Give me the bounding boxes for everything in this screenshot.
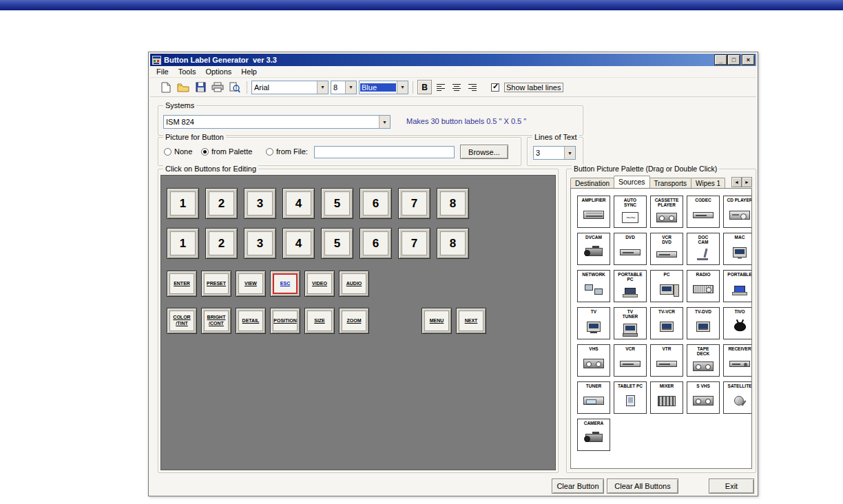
- tab-transports[interactable]: Transports: [649, 178, 691, 188]
- align-right-button[interactable]: [466, 81, 479, 94]
- dropdown-arrow-icon[interactable]: ▼: [317, 81, 328, 94]
- palette-item-vcr-dvd[interactable]: VCR DVD: [650, 233, 683, 265]
- editor-button-r1-8[interactable]: 8: [437, 188, 469, 219]
- editor-button-r4-size[interactable]: SIZE: [304, 308, 335, 334]
- tab-sources[interactable]: Sources: [614, 176, 650, 188]
- dropdown-arrow-icon[interactable]: ▼: [379, 116, 390, 128]
- palette-item-doc-cam[interactable]: DOC CAM: [687, 233, 720, 265]
- editor-button-r4-color-tint[interactable]: COLOR /TINT: [167, 308, 197, 334]
- editor-button-r1-2[interactable]: 2: [205, 188, 238, 219]
- editor-button-r4-bright-cont[interactable]: BRIGHT /CONT: [201, 308, 231, 334]
- menu-tools[interactable]: Tools: [174, 67, 201, 76]
- editor-button-r1-3[interactable]: 3: [244, 188, 276, 219]
- radio-from-file[interactable]: from File:: [266, 147, 308, 156]
- editor-button-r2-7[interactable]: 7: [398, 228, 430, 259]
- font-select[interactable]: Arial ▼: [251, 81, 329, 94]
- editor-button-r3-view[interactable]: VIEW: [236, 271, 266, 297]
- font-color-select[interactable]: Blue ▼: [359, 81, 408, 94]
- maximize-button[interactable]: □: [728, 55, 740, 65]
- menu-help[interactable]: Help: [236, 67, 262, 76]
- editor-button-r2-8[interactable]: 8: [437, 228, 469, 259]
- editor-button-r3-video[interactable]: VIDEO: [304, 271, 335, 297]
- tab-wipes-1[interactable]: Wipes 1: [691, 178, 725, 188]
- radio-none[interactable]: None: [164, 147, 192, 156]
- palette-item-vhs[interactable]: VHS: [577, 344, 610, 377]
- palette-item-camera[interactable]: CAMERA: [577, 419, 610, 451]
- exit-button[interactable]: Exit: [709, 479, 754, 494]
- align-center-button[interactable]: [450, 81, 464, 94]
- radio-from-palette[interactable]: from Palette: [201, 147, 252, 156]
- menu-file[interactable]: File: [152, 67, 174, 76]
- editor-button-r4-detail[interactable]: DETAIL: [236, 308, 266, 334]
- palette-item-dvd[interactable]: DVD: [614, 233, 647, 265]
- editor-button-r2-4[interactable]: 4: [282, 228, 315, 259]
- palette-item-tv[interactable]: TV: [577, 307, 610, 339]
- editor-button-r3-audio[interactable]: AUDIO: [339, 271, 369, 297]
- palette-item-receiver[interactable]: RECEIVER: [723, 344, 752, 377]
- open-button[interactable]: [176, 80, 191, 95]
- bold-button[interactable]: B: [417, 80, 432, 94]
- palette-item-tv-dvd[interactable]: TV-DVD: [687, 307, 720, 339]
- browse-button[interactable]: Browse...: [460, 145, 508, 159]
- palette-item-pc[interactable]: PC: [650, 270, 683, 302]
- editor-button-r4-next[interactable]: NEXT: [456, 308, 486, 334]
- palette-item-cd-player[interactable]: CD PLAYER: [723, 196, 752, 228]
- editor-button-r1-4[interactable]: 4: [282, 188, 315, 219]
- palette-item-tape-deck[interactable]: TAPE DECK: [687, 344, 720, 377]
- palette-item-portable-mac[interactable]: PORTABLE: [723, 270, 752, 302]
- palette-item-auto-sync[interactable]: AUTO SYNC: [614, 196, 647, 228]
- palette-item-amplifier[interactable]: AMPLIFIER: [577, 196, 610, 228]
- palette-item-tablet-pc[interactable]: TABLET PC: [614, 381, 647, 414]
- tabs-scroll-right-button[interactable]: ►: [742, 177, 752, 187]
- dropdown-arrow-icon[interactable]: ▼: [397, 81, 408, 94]
- editor-button-r1-7[interactable]: 7: [398, 188, 430, 219]
- palette-item-vtr[interactable]: VTR: [650, 344, 683, 377]
- editor-button-r2-2[interactable]: 2: [205, 228, 238, 259]
- editor-button-r2-1[interactable]: 1: [167, 228, 199, 259]
- editor-button-r3-enter[interactable]: ENTER: [167, 271, 197, 297]
- editor-button-r3-preset[interactable]: PRESET: [201, 271, 231, 297]
- palette-item-mixer[interactable]: MIXER: [650, 381, 683, 414]
- tabs-scroll-left-button[interactable]: ◄: [731, 177, 742, 187]
- palette-item-network[interactable]: NETWORK: [577, 270, 610, 302]
- editor-button-r1-1[interactable]: 1: [167, 188, 199, 219]
- editor-button-r1-5[interactable]: 5: [321, 188, 353, 219]
- clear-button[interactable]: Clear Button: [552, 479, 604, 494]
- palette-item-tv-vcr[interactable]: TV-VCR: [650, 307, 683, 339]
- lines-of-text-select[interactable]: 3 ▼: [533, 146, 576, 160]
- editor-button-r2-3[interactable]: 3: [244, 228, 276, 259]
- editor-button-r4-position[interactable]: POSITION: [270, 308, 300, 334]
- palette-item-cassette-player[interactable]: CASSETTE PLAYER: [650, 196, 683, 228]
- palette-item-dvcam[interactable]: DVCAM: [577, 233, 610, 265]
- title-bar[interactable]: Button Label Generator ver 3.3 _ □ ×: [150, 54, 756, 66]
- new-button[interactable]: [158, 80, 174, 95]
- align-left-button[interactable]: [434, 81, 448, 94]
- palette-item-vcr[interactable]: VCR: [614, 344, 647, 377]
- palette-item-portable-pc[interactable]: PORTABLE PC: [614, 270, 647, 302]
- editor-button-r2-5[interactable]: 5: [321, 228, 353, 259]
- palette-item-tivo[interactable]: TIVO: [723, 307, 752, 339]
- menu-options[interactable]: Options: [200, 67, 236, 76]
- dropdown-arrow-icon[interactable]: ▼: [564, 147, 575, 159]
- system-select[interactable]: ISM 824 ▼: [163, 115, 391, 129]
- editor-button-r4-zoom[interactable]: ZOOM: [339, 308, 369, 334]
- file-path-input[interactable]: [314, 146, 455, 158]
- palette-item-tv-tuner[interactable]: TV TUNER: [614, 307, 647, 339]
- save-button[interactable]: [193, 80, 208, 95]
- minimize-button[interactable]: _: [715, 55, 727, 65]
- editor-button-r4-menu[interactable]: MENU: [422, 308, 452, 334]
- palette-item-s-vhs[interactable]: S VHS: [687, 381, 720, 414]
- dropdown-arrow-icon[interactable]: ▼: [345, 81, 356, 94]
- palette-item-radio[interactable]: RADIO: [687, 270, 720, 302]
- palette-item-satellite[interactable]: SATELLITE: [723, 381, 752, 414]
- palette-item-codec[interactable]: CODEC: [687, 196, 720, 228]
- palette-item-mac[interactable]: MAC: [723, 233, 752, 265]
- font-size-select[interactable]: 8 ▼: [331, 81, 357, 94]
- print-preview-button[interactable]: [227, 80, 242, 95]
- editor-button-r1-6[interactable]: 6: [360, 188, 392, 219]
- show-label-lines-checkbox[interactable]: [491, 83, 499, 92]
- editor-button-r3-esc[interactable]: ESC: [270, 271, 300, 297]
- close-button[interactable]: ×: [742, 55, 754, 65]
- palette-item-tuner[interactable]: TUNER: [577, 381, 610, 414]
- editor-button-r2-6[interactable]: 6: [360, 228, 392, 259]
